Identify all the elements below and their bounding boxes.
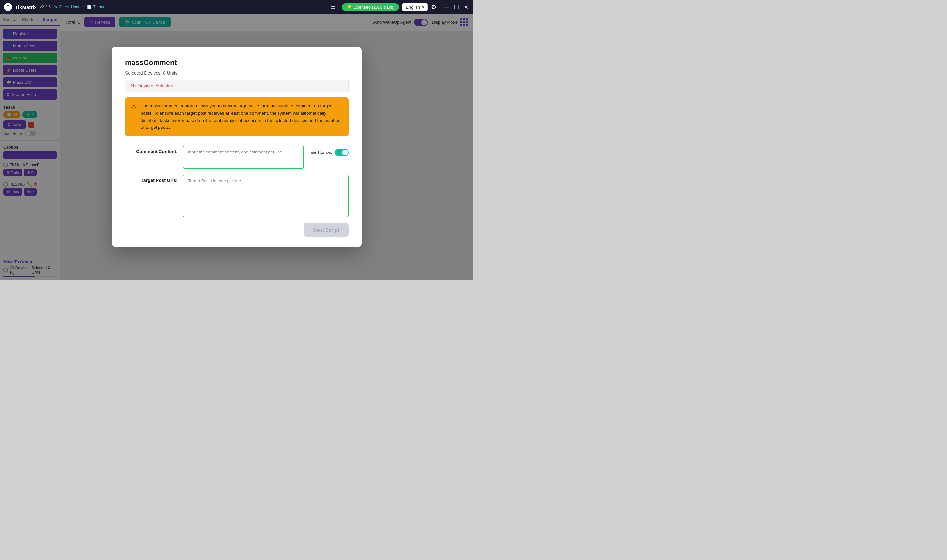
minimize-button[interactable]: — [442, 4, 450, 10]
comment-content-label: Comment Content: [125, 146, 177, 154]
language-selector[interactable]: English ▾ [402, 3, 428, 11]
license-badge: 🔑 Licensed (2558 days) [342, 3, 399, 11]
target-post-row: Target Post Urls: [125, 174, 348, 217]
comment-content-row: Comment Content: Insert Emoji: [125, 146, 348, 169]
insert-emoji-toggle[interactable] [335, 149, 348, 156]
insert-emoji-row: Insert Emoji: [308, 146, 348, 156]
titlebar: T TikMatrix v2.2.6 ↻ Check Update 📄 Tuto… [0, 0, 473, 14]
menu-icon[interactable]: ☰ [328, 3, 338, 11]
app-logo: T [4, 3, 12, 11]
modal-start-row: Start Script [125, 223, 348, 237]
window-controls: — ❐ ✕ [442, 4, 470, 10]
comment-content-input[interactable] [183, 146, 304, 169]
comment-content-right: Insert Emoji: [183, 146, 348, 169]
close-button[interactable]: ✕ [463, 4, 470, 10]
target-post-input[interactable] [183, 174, 348, 217]
app-version: v2.2.6 [40, 5, 51, 9]
modal-title: massComment [125, 58, 348, 67]
check-update-link[interactable]: ↻ Check Update [54, 5, 83, 9]
maximize-button[interactable]: ❐ [453, 4, 460, 10]
modal-warning-banner: ⚠ The mass comment feature allows you to… [125, 97, 348, 136]
doc-icon: 📄 [87, 5, 92, 9]
chevron-down-icon: ▾ [422, 5, 424, 9]
target-post-right [183, 174, 348, 217]
modal-warning-text: The mass comment feature allows you to c… [141, 103, 343, 131]
modal-no-devices-banner: No Devices Selected [125, 80, 348, 92]
modal-selected-devices: Selected Devices: 0 Units [125, 70, 348, 75]
settings-icon[interactable]: ⚙ [431, 3, 436, 11]
tutorial-link[interactable]: 📄 Tutorial [87, 5, 106, 9]
key-icon: 🔑 [346, 5, 351, 9]
insert-emoji-label: Insert Emoji: [308, 150, 332, 155]
modal-masscomment: massComment Selected Devices: 0 Units No… [112, 47, 362, 247]
app-name: TikMatrix [15, 4, 37, 10]
warning-icon: ⚠ [131, 103, 137, 111]
modal-overlay: massComment Selected Devices: 0 Units No… [0, 14, 473, 280]
refresh-icon: ↻ [54, 5, 57, 9]
target-post-label: Target Post Urls: [125, 174, 177, 183]
start-script-button[interactable]: Start Script [303, 223, 348, 237]
